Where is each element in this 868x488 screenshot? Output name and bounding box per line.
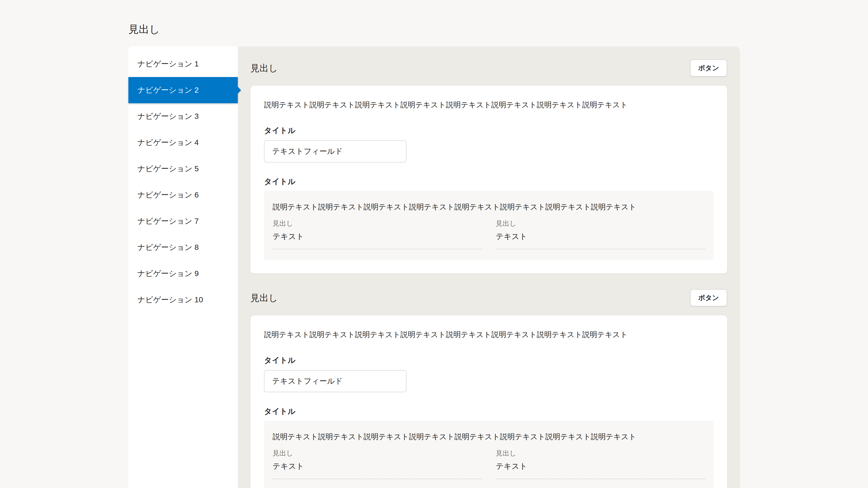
section-2-heading: 見出し — [250, 292, 278, 304]
main-panel: 見出し ボタン 説明テキスト説明テキスト説明テキスト説明テキスト説明テキスト説明… — [238, 46, 740, 488]
subcard: 説明テキスト説明テキスト説明テキスト説明テキスト説明テキスト説明テキスト説明テキ… — [264, 191, 714, 260]
sidebar-item-1[interactable]: ナビゲーション 1 — [128, 51, 238, 77]
definition-list: 見出し テキスト 見出し テキスト — [273, 449, 705, 479]
subcard: 説明テキスト説明テキスト説明テキスト説明テキスト説明テキスト説明テキスト説明テキ… — [264, 421, 714, 488]
field-label: タイトル — [264, 125, 714, 135]
sidebar-item-8[interactable]: ナビゲーション 8 — [128, 234, 238, 260]
sidebar-item-6[interactable]: ナビゲーション 6 — [128, 182, 238, 208]
definition-value: テキスト — [496, 231, 705, 241]
subcard-description: 説明テキスト説明テキスト説明テキスト説明テキスト説明テキスト説明テキスト説明テキ… — [273, 431, 705, 442]
subsection-label: タイトル — [264, 176, 714, 186]
card-description: 説明テキスト説明テキスト説明テキスト説明テキスト説明テキスト説明テキスト説明テキ… — [264, 99, 714, 110]
sidebar-item-5[interactable]: ナビゲーション 5 — [128, 156, 238, 182]
section-2-button[interactable]: ボタン — [690, 289, 727, 306]
sidebar-item-9[interactable]: ナビゲーション 9 — [128, 260, 238, 287]
definition-item: 見出し テキスト — [496, 219, 705, 250]
sidebar-item-7[interactable]: ナビゲーション 7 — [128, 208, 238, 234]
section-1-header: 見出し ボタン — [250, 59, 727, 76]
subcard-description: 説明テキスト説明テキスト説明テキスト説明テキスト説明テキスト説明テキスト説明テキ… — [273, 201, 705, 213]
field-label: タイトル — [264, 355, 714, 365]
definition-item: 見出し テキスト — [496, 449, 705, 479]
definition-term: 見出し — [496, 449, 705, 458]
definition-value: テキスト — [273, 231, 482, 241]
section-1: 見出し ボタン 説明テキスト説明テキスト説明テキスト説明テキスト説明テキスト説明… — [250, 59, 727, 273]
definition-value: テキスト — [273, 461, 482, 471]
section-1-heading: 見出し — [250, 62, 278, 74]
layout: ナビゲーション 1 ナビゲーション 2 ナビゲーション 3 ナビゲーション 4 … — [128, 46, 740, 488]
definition-item: 見出し テキスト — [273, 219, 482, 250]
sidebar: ナビゲーション 1 ナビゲーション 2 ナビゲーション 3 ナビゲーション 4 … — [128, 46, 238, 488]
definition-item: 見出し テキスト — [273, 449, 482, 479]
definition-term: 見出し — [273, 449, 482, 458]
sidebar-item-4[interactable]: ナビゲーション 4 — [128, 129, 238, 156]
definition-value: テキスト — [496, 461, 705, 471]
definition-term: 見出し — [273, 219, 482, 228]
card-description: 説明テキスト説明テキスト説明テキスト説明テキスト説明テキスト説明テキスト説明テキ… — [264, 329, 714, 340]
definition-list: 見出し テキスト 見出し テキスト — [273, 219, 705, 250]
section-2: 見出し ボタン 説明テキスト説明テキスト説明テキスト説明テキスト説明テキスト説明… — [250, 289, 727, 488]
sidebar-item-2-active[interactable]: ナビゲーション 2 — [128, 77, 238, 103]
text-field[interactable] — [264, 370, 406, 392]
text-field[interactable] — [264, 140, 406, 162]
subsection-label: タイトル — [264, 406, 714, 416]
sidebar-item-10[interactable]: ナビゲーション 10 — [128, 287, 238, 313]
definition-term: 見出し — [496, 219, 705, 228]
section-1-button[interactable]: ボタン — [690, 59, 727, 76]
section-2-header: 見出し ボタン — [250, 289, 727, 306]
section-1-card: 説明テキスト説明テキスト説明テキスト説明テキスト説明テキスト説明テキスト説明テキ… — [250, 86, 727, 273]
page-title: 見出し — [128, 23, 160, 35]
section-2-card: 説明テキスト説明テキスト説明テキスト説明テキスト説明テキスト説明テキスト説明テキ… — [250, 315, 727, 488]
sidebar-item-3[interactable]: ナビゲーション 3 — [128, 103, 238, 129]
